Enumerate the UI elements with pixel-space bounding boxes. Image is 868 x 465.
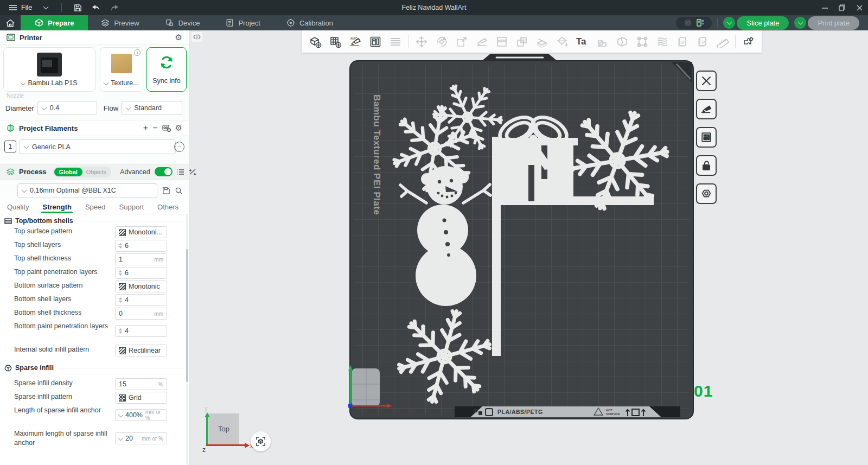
process-scope-toggle[interactable]: Global Objects: [53, 167, 112, 177]
filament-settings-button[interactable]: ⚙: [175, 124, 182, 132]
minimize-button[interactable]: [816, 0, 833, 15]
spinner-icon[interactable]: [119, 328, 122, 334]
spinner-icon[interactable]: [119, 297, 122, 303]
text-button[interactable]: Ta: [572, 31, 592, 52]
delete-plate-button[interactable]: [696, 71, 717, 91]
internal-solid-infill-pattern-select[interactable]: Rectilinear: [115, 345, 167, 356]
arrange-button[interactable]: [365, 31, 385, 52]
scope-objects[interactable]: Objects: [82, 169, 110, 175]
paint-button[interactable]: [552, 31, 572, 52]
sparse-infill-density-input[interactable]: 15%: [115, 378, 167, 390]
bottom-surface-pattern-select[interactable]: Monotonic: [115, 281, 167, 292]
print-plate-button[interactable]: Print plate: [808, 16, 859, 30]
sparse-infill-anchor-select[interactable]: 400%mm or %: [115, 409, 167, 421]
printer-settings-button[interactable]: ⚙: [175, 33, 182, 42]
add-filament-button[interactable]: +: [143, 123, 148, 133]
add-object-button[interactable]: [305, 31, 325, 52]
plate-settings-button[interactable]: [696, 183, 717, 204]
section-title: Sparse infill: [15, 364, 54, 372]
search-settings-button[interactable]: [175, 187, 183, 195]
arrange-plate-button[interactable]: [696, 127, 717, 148]
auto-orient-plate-button[interactable]: [696, 99, 717, 119]
scale-button[interactable]: [451, 31, 471, 52]
plate-number-label[interactable]: 01: [694, 382, 713, 400]
move-button[interactable]: [411, 31, 431, 52]
sync-info-button[interactable]: Sync info: [146, 47, 187, 92]
scrollbar-thumb[interactable]: [186, 249, 188, 382]
mesh-repair-button[interactable]: [612, 31, 632, 52]
variable-layer-height-button[interactable]: [652, 31, 672, 52]
build-plate-card[interactable]: i Texture...: [100, 47, 143, 92]
top-surface-pattern-select[interactable]: Monotoni...: [115, 226, 167, 238]
remove-filament-button[interactable]: −: [152, 123, 157, 133]
cut-button[interactable]: [532, 31, 552, 52]
slice-plate-button[interactable]: Slice plate: [737, 16, 789, 30]
diameter-select[interactable]: 0.4: [37, 101, 97, 115]
sparse-infill-anchor-max-select[interactable]: 20mm or %: [115, 432, 167, 444]
assembly-button[interactable]: [738, 31, 758, 52]
build-plate-scene[interactable]: Bambu Textured PEI Plate: [189, 30, 868, 465]
sidebar-collapse-handle[interactable]: [192, 32, 202, 42]
maximize-button[interactable]: [833, 0, 851, 15]
p-document-button[interactable]: P: [692, 31, 712, 52]
spinner-icon[interactable]: [119, 270, 122, 276]
tab-preview[interactable]: Preview: [88, 15, 152, 30]
top-paint-penetration-layers-input[interactable]: 6: [115, 267, 167, 279]
print-dropdown-button[interactable]: [794, 17, 806, 29]
split-to-plates-button[interactable]: [492, 31, 512, 52]
file-menu-button[interactable]: File: [5, 0, 35, 15]
slice-dropdown-button[interactable]: [723, 17, 735, 29]
tab-speed[interactable]: Speed: [85, 200, 106, 214]
compare-presets-button[interactable]: [189, 168, 196, 175]
tab-quality[interactable]: Quality: [7, 200, 29, 214]
close-button[interactable]: [851, 0, 868, 15]
bottom-shell-thickness-input[interactable]: 0mm: [115, 308, 167, 320]
scope-global[interactable]: Global: [54, 168, 82, 176]
redo-button[interactable]: [106, 0, 123, 15]
layer-list-button[interactable]: [385, 31, 405, 52]
tab-prepare[interactable]: Prepare: [21, 15, 88, 30]
filament-select[interactable]: Generic PLA: [20, 139, 176, 154]
view-cube[interactable]: Top: [208, 413, 239, 444]
printer-card[interactable]: Bambu Lab P1S: [3, 47, 95, 92]
info-icon[interactable]: i: [134, 49, 141, 56]
tab-strength[interactable]: Strength: [42, 200, 71, 214]
advanced-toggle[interactable]: [155, 167, 173, 176]
seam-button[interactable]: [632, 31, 652, 52]
top-shell-layers-input[interactable]: 6: [115, 240, 167, 252]
top-shell-thickness-input[interactable]: 1mm: [115, 253, 167, 265]
bottom-shell-layers-input[interactable]: 4: [115, 294, 167, 306]
home-button[interactable]: [0, 15, 21, 30]
viewport-3d[interactable]: Bambu Textured PEI Plate: [189, 30, 868, 465]
tab-calibration[interactable]: Calibration: [273, 15, 346, 30]
add-plate-button[interactable]: [325, 31, 345, 52]
place-on-face-button[interactable]: [471, 31, 492, 52]
filament-slot-number[interactable]: 1: [4, 141, 16, 152]
save-preset-button[interactable]: [162, 187, 170, 195]
tab-others[interactable]: Others: [157, 200, 178, 214]
file-dropdown-button[interactable]: [37, 0, 54, 15]
undo-button[interactable]: [88, 0, 104, 15]
bottom-paint-penetration-layers-input[interactable]: 4: [115, 325, 167, 337]
zero-document-button[interactable]: 0: [672, 31, 692, 52]
tab-device[interactable]: Device: [152, 15, 213, 30]
auto-orient-button[interactable]: AUTO: [345, 31, 365, 52]
spinner-icon[interactable]: [119, 243, 122, 249]
view-mode-pill[interactable]: [676, 17, 712, 29]
measure-button[interactable]: [712, 31, 732, 52]
fit-view-button[interactable]: [251, 431, 271, 451]
settings-scrollbar[interactable]: [186, 214, 188, 465]
lock-plate-button[interactable]: [696, 155, 717, 176]
view-all-settings-button[interactable]: [177, 169, 184, 175]
rotate-button[interactable]: [431, 31, 451, 52]
save-button[interactable]: [69, 0, 86, 15]
split-to-parts-button[interactable]: [512, 31, 532, 52]
tab-support[interactable]: Support: [119, 200, 144, 214]
sparse-infill-pattern-select[interactable]: Grid: [115, 392, 167, 404]
process-preset-select[interactable]: 0.16mm Optimal @BBL X1C: [17, 183, 157, 198]
flow-select[interactable]: Standard: [122, 101, 182, 115]
fuzzy-skin-button[interactable]: [592, 31, 612, 52]
tab-project[interactable]: Project: [213, 15, 273, 30]
ams-sync-button[interactable]: [162, 125, 171, 132]
edit-filament-button[interactable]: ⋯: [174, 142, 184, 152]
